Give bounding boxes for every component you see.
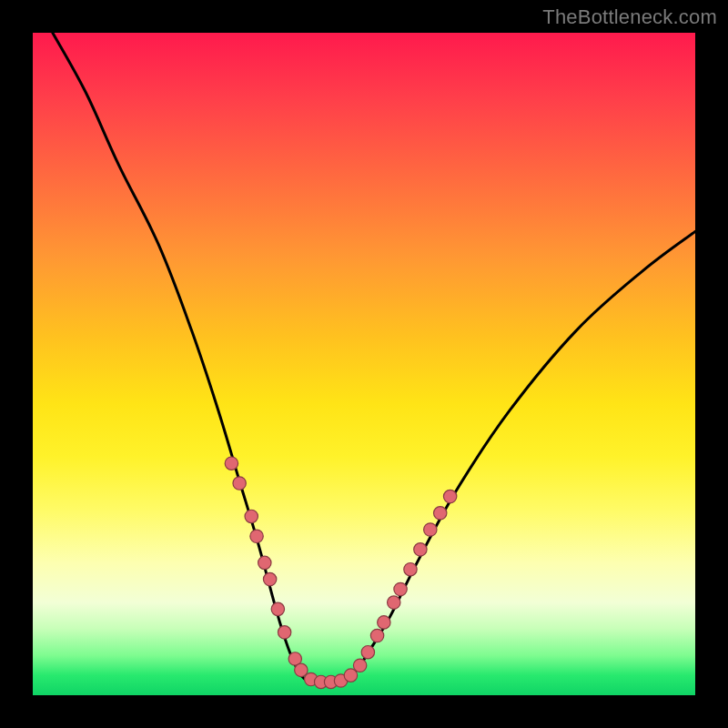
curve-marker — [233, 477, 246, 490]
curve-marker — [370, 629, 383, 642]
curve-marker — [361, 645, 374, 658]
chart-frame: TheBottleneck.com — [0, 0, 728, 728]
curve-marker — [434, 507, 447, 520]
curve-marker — [250, 530, 263, 542]
marker-group — [225, 457, 457, 689]
curve-marker — [394, 582, 407, 595]
bottleneck-curve-line — [53, 33, 695, 683]
curve-marker — [424, 523, 437, 536]
curve-marker — [295, 663, 308, 676]
curve-marker — [271, 602, 284, 615]
curve-marker — [404, 562, 417, 575]
plot-area — [33, 33, 695, 695]
chart-svg — [33, 33, 695, 695]
curve-marker — [443, 490, 456, 502]
curve-marker — [263, 572, 276, 585]
curve-marker — [388, 596, 400, 609]
curve-marker — [225, 457, 238, 470]
curve-marker — [278, 626, 290, 639]
curve-marker — [378, 616, 390, 629]
curve-marker — [344, 669, 357, 682]
curve-marker — [414, 543, 427, 556]
curve-marker — [353, 659, 366, 672]
curve-marker — [258, 556, 271, 569]
watermark-text: TheBottleneck.com — [542, 5, 717, 29]
curve-marker — [245, 510, 258, 522]
